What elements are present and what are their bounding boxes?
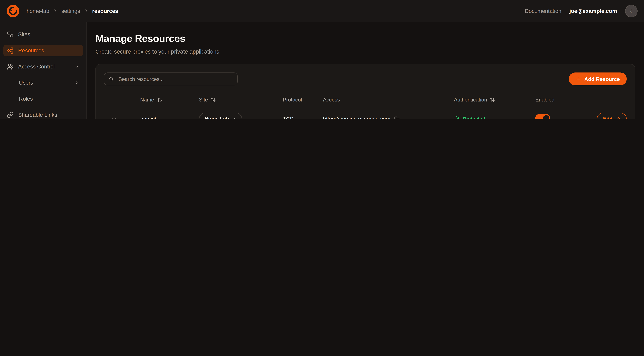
resources-icon — [7, 47, 14, 54]
sidebar-item-shareable-links[interactable]: Shareable Links — [3, 109, 83, 119]
page-title: Manage Resources — [96, 32, 635, 44]
site-link[interactable]: Home Lab — [199, 113, 242, 119]
breadcrumb-settings[interactable]: settings — [61, 8, 80, 14]
search-box — [104, 72, 238, 86]
header-site-label: Site — [199, 97, 208, 103]
row-menu-cell — [104, 115, 134, 119]
edit-button[interactable]: Edit — [597, 113, 627, 119]
header-access-label: Access — [323, 97, 340, 103]
sidebar-item-label: Resources — [18, 48, 44, 54]
search-input[interactable] — [118, 76, 233, 82]
chevron-right-icon — [74, 80, 79, 86]
users-icon — [7, 63, 14, 70]
sidebar-item-users[interactable]: Users — [15, 77, 83, 88]
header-authentication-label: Authentication — [454, 97, 487, 103]
enabled-cell — [535, 114, 593, 119]
sidebar-item-label: Access Control — [18, 64, 55, 70]
row-menu-button[interactable] — [110, 115, 118, 119]
breadcrumb: home-lab settings resources — [26, 8, 118, 14]
breadcrumb-org[interactable]: home-lab — [26, 8, 49, 14]
breadcrumb-current: resources — [92, 8, 118, 14]
search-icon — [109, 76, 114, 82]
site-name: Home Lab — [204, 116, 229, 119]
sidebar-item-label: Shareable Links — [18, 112, 57, 118]
header-authentication[interactable]: Authentication — [454, 97, 535, 103]
sidebar-item-label: Sites — [18, 32, 30, 38]
access-cell: https://immich.example.com — [323, 116, 454, 119]
table-header: Name Site Protocol Access — [104, 92, 627, 108]
shell: Sites Resources Access Control Users Rol… — [0, 22, 644, 119]
sidebar-item-label: Roles — [19, 96, 33, 102]
sidebar-nav: Sites Resources Access Control Users Rol… — [3, 28, 83, 119]
chevron-right-icon — [84, 8, 88, 13]
sort-icon — [211, 97, 216, 102]
enabled-toggle[interactable] — [535, 114, 550, 119]
resource-name: Immich — [134, 116, 199, 119]
topbar: home-lab settings resources Documentatio… — [0, 0, 644, 22]
header-site[interactable]: Site — [199, 97, 283, 103]
site-cell: Home Lab — [199, 113, 283, 119]
sidebar-item-access-control[interactable]: Access Control — [3, 61, 83, 72]
header-name-label: Name — [140, 97, 154, 103]
header-protocol: Protocol — [283, 97, 323, 103]
header-access: Access — [323, 97, 454, 103]
chevron-right-icon — [53, 8, 58, 13]
shield-check-icon — [454, 116, 460, 119]
link-icon — [7, 112, 14, 118]
documentation-link[interactable]: Documentation — [525, 8, 561, 14]
page-subtitle: Create secure proxies to your private ap… — [96, 48, 635, 55]
protocol-value: TCP — [283, 116, 323, 119]
sidebar-item-resources[interactable]: Resources — [3, 45, 83, 56]
table-row: Immich Home Lab TCP https://immich.examp… — [104, 108, 627, 119]
header-enabled-label: Enabled — [535, 97, 554, 103]
plus-icon — [576, 76, 581, 82]
sort-icon — [157, 97, 162, 102]
arrow-right-icon — [616, 116, 621, 119]
edit-label: Edit — [603, 116, 612, 119]
arrow-up-right-icon — [232, 117, 236, 119]
sidebar: Sites Resources Access Control Users Rol… — [0, 22, 86, 119]
auth-cell: Protected — [454, 116, 535, 119]
chevron-down-icon — [74, 64, 79, 69]
add-resource-button[interactable]: Add Resource — [569, 72, 627, 86]
ellipsis-icon — [111, 116, 117, 119]
table-body: Immich Home Lab TCP https://immich.examp… — [104, 108, 627, 119]
copy-icon[interactable] — [394, 116, 400, 119]
resources-table: Name Site Protocol Access — [104, 92, 627, 119]
pangolin-logo-icon[interactable] — [6, 4, 20, 18]
avatar[interactable]: J — [625, 5, 638, 17]
header-name[interactable]: Name — [134, 97, 199, 103]
user-email: joe@example.com — [569, 8, 617, 14]
app-root: home-lab settings resources Documentatio… — [0, 0, 644, 119]
sidebar-item-roles[interactable]: Roles — [15, 93, 83, 105]
edit-cell: Edit — [593, 113, 627, 119]
card-toolbar: Add Resource — [104, 72, 627, 86]
resources-card: Add Resource Name Site — [96, 64, 635, 119]
topbar-right: Documentation joe@example.com J — [525, 5, 638, 17]
auth-label: Protected — [463, 116, 485, 119]
header-protocol-label: Protocol — [283, 97, 302, 103]
sidebar-item-sites[interactable]: Sites — [3, 28, 83, 40]
sort-icon — [490, 97, 495, 102]
access-value: https://immich.example.com — [323, 116, 390, 119]
sidebar-item-label: Users — [19, 80, 33, 86]
add-resource-label: Add Resource — [584, 76, 620, 82]
header-enabled: Enabled — [535, 97, 593, 103]
sites-icon — [7, 31, 14, 38]
main-content: Manage Resources Create secure proxies t… — [86, 22, 644, 119]
